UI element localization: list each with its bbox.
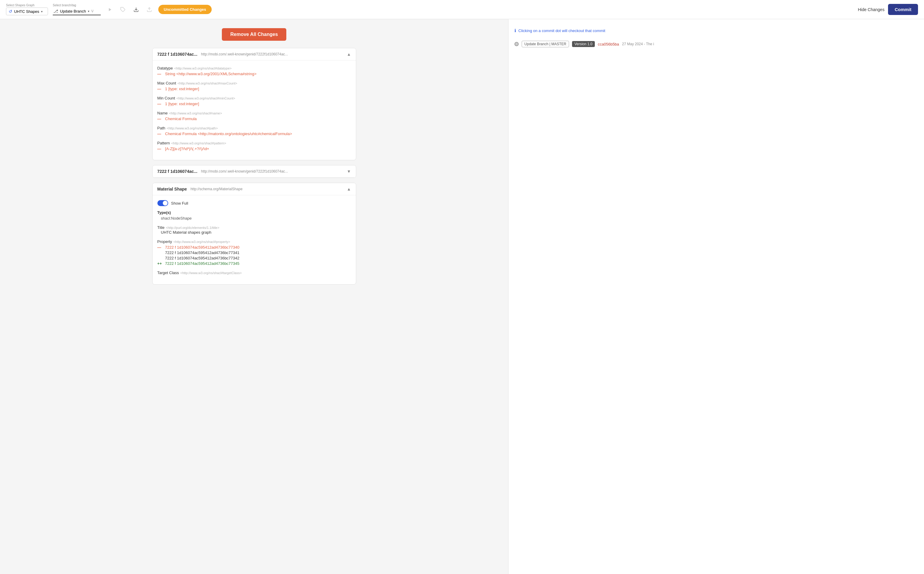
branch-control[interactable]: ⎇ Update Branch ▾ ⑂ (53, 8, 101, 15)
run-icon (106, 5, 114, 14)
change-card-1: 7222 f 1d106074ac... http://mobi.com/.we… (152, 48, 356, 160)
branch-tag-group: Select branch/tag ⎇ Update Branch ▾ ⑂ (53, 3, 101, 15)
card-2-id: 7222 f 1d106074ac... (157, 169, 198, 174)
card-3-chevron-icon: ▲ (347, 187, 351, 191)
uncommitted-changes-button[interactable]: Uncommitted Changes (158, 5, 212, 14)
prop-mincount: Min Count <http://www.w3.org/ns/shacl#mi… (157, 95, 351, 106)
tag-icon (119, 5, 127, 14)
prop-maxcount-change: — 1 [type: xsd:integer] (157, 87, 351, 91)
info-icon: ℹ (514, 28, 516, 33)
prop-property-normal-2: 7222 f 1d106074ac595412ad4736bc77342 (157, 256, 351, 260)
hide-changes-link[interactable]: Hide Changes (858, 7, 884, 12)
prop-title-value: UHTC Material shapes graph (157, 230, 351, 235)
card-1-body: Datatype <http://www.w3.org/ns/shacl#dat… (153, 60, 356, 160)
card-1-chevron-icon: ▲ (347, 52, 351, 57)
prop-target-class-name: Target Class <http://www.w3.org/ns/shacl… (157, 270, 351, 275)
prop-title-name: Title <http://purl.org/dc/elements/1.1/t… (157, 225, 351, 230)
prop-mincount-name: Min Count <http://www.w3.org/ns/shacl#mi… (157, 95, 351, 101)
prop-maxcount: Max Count <http://www.w3.org/ns/shacl#ma… (157, 80, 351, 91)
prop-property: Property <http://www.w3.org/ns/shacl#pro… (157, 239, 351, 266)
prop-property-remove: — 7222 f 1d106074ac595412ad4736bc77340 (157, 245, 351, 249)
left-panel: Remove All Changes 7222 f 1d106074ac... … (0, 19, 508, 574)
branch-icon: ⎇ (53, 9, 58, 14)
remove-all-changes-button[interactable]: Remove All Changes (222, 28, 286, 41)
card-2-chevron-icon: ▼ (347, 169, 351, 174)
card-3-body: Show Full Type(s) shacl:NodeShape Title … (153, 196, 356, 284)
shapes-graph-control[interactable]: ↺ UHTC Shapes ▾ (6, 8, 48, 15)
prop-name-label: Name <http://www.w3.org/ns/shacl#name> (157, 110, 351, 116)
show-full-toggle[interactable] (157, 200, 168, 206)
prop-pattern-change: — [A-Z][a-z]?/\d*|/\(.+?/\)/\d+ (157, 147, 351, 151)
types-section: Type(s) shacl:NodeShape (157, 210, 351, 221)
main-layout: Remove All Changes 7222 f 1d106074ac... … (0, 19, 924, 574)
show-full-label: Show Full (171, 201, 188, 205)
prop-datatype-change: — String <http://www.w3.org/2001/XMLSche… (157, 72, 351, 76)
commit-history: Update Branch | MASTER Version 1.0 cca05… (514, 41, 918, 47)
prop-path-change: — Chemical Formula <http://matonto.org/o… (157, 131, 351, 136)
branch-badge: Update Branch | MASTER (522, 41, 569, 47)
commit-hash[interactable]: cca056b5ba (598, 42, 619, 46)
card-1-header-left: 7222 f 1d106074ac... http://mobi.com/.we… (157, 52, 288, 57)
prop-mincount-change: — 1 [type: xsd:integer] (157, 102, 351, 106)
info-bar: ℹ Clicking on a commit dot will checkout… (514, 25, 918, 36)
types-label: Type(s) (157, 210, 351, 215)
change-card-3: Material Shape http://schema.org/Materia… (152, 183, 356, 285)
branch-tag-label: Select branch/tag (53, 3, 101, 7)
prop-maxcount-name: Max Count <http://www.w3.org/ns/shacl#ma… (157, 80, 351, 86)
toggle-knob (163, 201, 168, 205)
prop-property-add: ++ 7222 f 1d106074ac595412ad4736bc77345 (157, 261, 351, 266)
commit-button[interactable]: Commit (888, 4, 918, 15)
commit-dot[interactable] (514, 42, 519, 46)
shapes-graph-group: Select Shapes Graph ↺ UHTC Shapes ▾ (6, 3, 48, 15)
card-2-header[interactable]: 7222 f 1d106074ac... http://mobi.com/.we… (153, 166, 356, 178)
toolbar-right: Hide Changes Commit (858, 4, 918, 15)
info-text: Clicking on a commit dot will checkout t… (518, 28, 605, 33)
right-panel: ℹ Clicking on a commit dot will checkout… (508, 19, 924, 574)
card-3-id: Material Shape (157, 187, 187, 191)
card-3-header[interactable]: Material Shape http://schema.org/Materia… (153, 183, 356, 196)
toolbar: Select Shapes Graph ↺ UHTC Shapes ▾ Sele… (0, 0, 924, 19)
branch-select[interactable]: Update Branch (60, 9, 86, 14)
card-1-url: http://mobi.com/.well-known/genid/7222f1… (201, 52, 288, 56)
card-2-header-left: 7222 f 1d106074ac... http://mobi.com/.we… (157, 169, 288, 174)
types-value: shacl:NodeShape (157, 216, 351, 221)
commit-date: 27 May 2024 - The i (622, 42, 654, 46)
card-1-header[interactable]: 7222 f 1d106074ac... http://mobi.com/.we… (153, 48, 356, 60)
prop-path: Path <http://www.w3.org/ns/shacl#path> —… (157, 125, 351, 136)
shapes-graph-arrow: ▾ (41, 10, 43, 13)
shapes-graph-select[interactable]: UHTC Shapes (14, 9, 39, 14)
prop-property-name: Property <http://www.w3.org/ns/shacl#pro… (157, 239, 351, 244)
card-1-id: 7222 f 1d106074ac... (157, 52, 198, 57)
branch-arrow: ▾ (88, 9, 89, 13)
shapes-graph-icon: ↺ (9, 9, 12, 14)
card-3-header-left: Material Shape http://schema.org/Materia… (157, 187, 242, 191)
toolbar-left: Select Shapes Graph ↺ UHTC Shapes ▾ Sele… (6, 3, 853, 15)
prop-target-class: Target Class <http://www.w3.org/ns/shacl… (157, 270, 351, 275)
prop-datatype: Datatype <http://www.w3.org/ns/shacl#dat… (157, 65, 351, 76)
branch-fork-icon: ⑂ (91, 9, 93, 14)
card-3-url: http://schema.org/MaterialShape (190, 187, 242, 191)
prop-property-normal-1: 7222 f 1d106074ac595412ad4736bc77341 (157, 251, 351, 255)
change-card-2: 7222 f 1d106074ac... http://mobi.com/.we… (152, 165, 356, 178)
upload-icon (145, 5, 153, 14)
prop-pattern: Pattern <http://www.w3.org/ns/shacl#patt… (157, 140, 351, 151)
download-icon[interactable] (132, 5, 140, 14)
card-2-url: http://mobi.com/.well-known/genid/7222f1… (201, 169, 288, 173)
version-badge: Version 1.0 (572, 41, 595, 47)
prop-title: Title <http://purl.org/dc/elements/1.1/t… (157, 225, 351, 235)
prop-name: Name <http://www.w3.org/ns/shacl#name> —… (157, 110, 351, 121)
prop-name-change: — Chemical Formula (157, 117, 351, 121)
prop-path-name: Path <http://www.w3.org/ns/shacl#path> (157, 125, 351, 131)
shapes-graph-label: Select Shapes Graph (6, 3, 48, 7)
prop-pattern-name: Pattern <http://www.w3.org/ns/shacl#patt… (157, 140, 351, 146)
show-full-row: Show Full (157, 200, 351, 206)
prop-datatype-name: Datatype <http://www.w3.org/ns/shacl#dat… (157, 65, 351, 71)
